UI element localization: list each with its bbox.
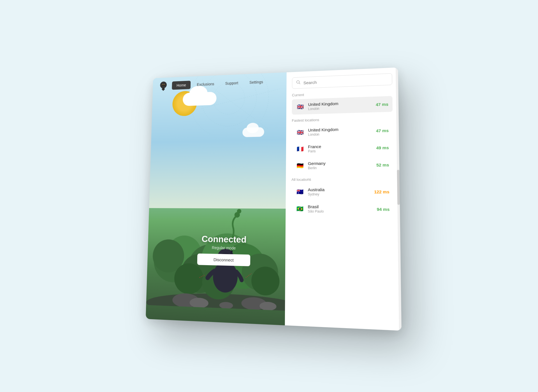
nav-home[interactable]: Home: [172, 81, 191, 90]
all-country-0: Australia: [308, 187, 374, 192]
all-location-item-1[interactable]: 🇧🇷 Brasil São Paulo 94 ms: [291, 201, 394, 217]
fastest-ms-1: 49 ms: [376, 145, 389, 150]
all-location-item-0[interactable]: 🇦🇺 Australia Sydney 122 ms: [291, 183, 394, 200]
fastest-location-item-0[interactable]: 🇬🇧 United Kingdom London 47 ms: [292, 122, 393, 140]
left-panel: Home Exclusions Support Settings .dl{str…: [146, 71, 305, 326]
all-section-label: All locations: [291, 177, 393, 181]
nav-settings[interactable]: Settings: [245, 77, 268, 87]
all-country-1: Brasil: [308, 204, 377, 209]
current-flag: 🇬🇧: [296, 102, 305, 111]
nav-support[interactable]: Support: [221, 78, 243, 88]
fastest-ms-0: 47 ms: [376, 128, 389, 133]
fastest-info-0: United Kingdom London: [308, 126, 376, 136]
fastest-country-2: Germany: [308, 160, 376, 166]
status-area: Connected Regular mode Disconnect: [147, 233, 304, 268]
disconnect-button[interactable]: Disconnect: [197, 253, 250, 266]
all-ms-0: 122 ms: [374, 189, 389, 194]
fastest-location-item-1[interactable]: 🇫🇷 France Paris 49 ms: [292, 139, 393, 157]
all-flag-0: 🇦🇺: [295, 187, 305, 196]
connection-status: Connected: [148, 233, 304, 246]
current-latency: 47 ms: [376, 102, 388, 107]
fastest-city-2: Berlin: [308, 165, 376, 170]
search-input[interactable]: [303, 77, 388, 85]
cloud-main: [183, 92, 217, 106]
nav-exclusions[interactable]: Exclusions: [192, 80, 219, 89]
app-logo: [159, 81, 168, 91]
all-flag-1: 🇧🇷: [295, 204, 305, 213]
right-panel: Current 🇬🇧 United Kingdom London 47 ms F…: [285, 67, 402, 331]
fastest-section-label: Fastest locations: [292, 116, 393, 123]
fastest-location-item-2[interactable]: 🇩🇪 Germany Berlin 52 ms: [291, 157, 393, 174]
app-window: Home Exclusions Support Settings .dl{str…: [146, 67, 402, 331]
fastest-info-2: Germany Berlin: [308, 160, 376, 170]
search-bar[interactable]: [292, 73, 392, 89]
scrollbar-thumb[interactable]: [397, 170, 400, 205]
fastest-flag-2: 🇩🇪: [295, 161, 304, 170]
fastest-ms-2: 52 ms: [376, 162, 389, 167]
all-city-1: São Paulo: [308, 209, 377, 214]
all-ms-1: 94 ms: [377, 207, 389, 212]
current-location-item[interactable]: 🇬🇧 United Kingdom London 47 ms: [292, 96, 393, 115]
current-section-label: Current: [292, 90, 392, 97]
all-city-0: Sydney: [308, 192, 374, 196]
current-location-info: United Kingdom London: [308, 100, 376, 111]
fastest-flag-1: 🇫🇷: [296, 144, 305, 153]
svg-point-36: [237, 209, 241, 213]
server-list-panel: Current 🇬🇧 United Kingdom London 47 ms F…: [285, 67, 402, 331]
all-info-0: Australia Sydney: [308, 187, 374, 196]
fastest-flag-0: 🇬🇧: [296, 128, 305, 137]
all-info-1: Brasil São Paulo: [308, 204, 377, 214]
fastest-info-1: France Paris: [308, 143, 376, 153]
fastest-city-1: Paris: [308, 148, 376, 153]
cloud-small: [242, 127, 264, 137]
